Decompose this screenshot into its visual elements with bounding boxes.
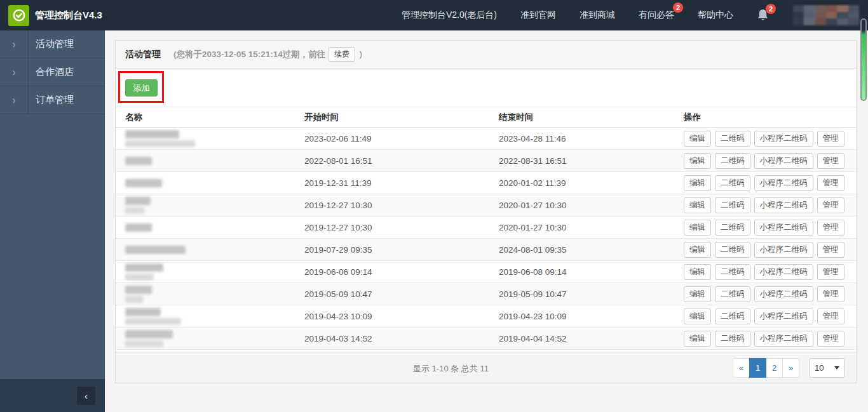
redacted-name xyxy=(125,179,162,187)
redacted-name xyxy=(125,246,186,254)
miniprogram-qrcode-button[interactable]: 小程序二维码 xyxy=(754,197,813,213)
operations-cell: 编辑二维码小程序二维码管理 xyxy=(684,194,856,216)
column-header-name: 名称 xyxy=(116,107,304,128)
manage-button[interactable]: 管理 xyxy=(817,242,844,258)
sidebar-footer: ‹ xyxy=(0,379,105,412)
qrcode-button[interactable]: 二维码 xyxy=(715,197,750,213)
miniprogram-qrcode-button[interactable]: 小程序二维码 xyxy=(754,153,813,169)
table-header: 名称 开始时间 结束时间 操作 xyxy=(116,107,856,128)
manage-button[interactable]: 管理 xyxy=(817,309,844,324)
edit-button[interactable]: 编辑 xyxy=(684,286,711,302)
redacted-name xyxy=(125,286,152,294)
column-header-operations: 操作 xyxy=(684,107,856,128)
activity-name-cell xyxy=(116,283,304,305)
pagination-prev-button[interactable]: « xyxy=(733,358,750,378)
pagination-next-button[interactable]: » xyxy=(782,358,799,378)
end-time-cell: 2019-04-23 10:09 xyxy=(499,305,684,328)
miniprogram-qrcode-button[interactable]: 小程序二维码 xyxy=(754,331,813,347)
renew-button[interactable]: 续费 xyxy=(329,47,355,62)
activity-name-cell xyxy=(116,305,304,328)
redacted-name xyxy=(125,207,144,214)
miniprogram-qrcode-button[interactable]: 小程序二维码 xyxy=(754,131,813,147)
end-time-cell: 2019-06-08 09:14 xyxy=(499,261,684,283)
nav-official-site-link[interactable]: 准到官网 xyxy=(520,10,556,21)
nav-old-console-link[interactable]: 管理控制台V2.0(老后台) xyxy=(402,10,497,21)
operations-cell: 编辑二维码小程序二维码管理 xyxy=(684,150,856,172)
manage-button[interactable]: 管理 xyxy=(817,153,844,169)
sidebar-item-partner-hotels[interactable]: › 合作酒店 xyxy=(0,58,105,86)
start-time-cell: 2022-08-01 16:51 xyxy=(304,150,499,172)
activity-name-cell xyxy=(116,194,304,216)
miniprogram-qrcode-button[interactable]: 小程序二维码 xyxy=(754,242,813,258)
qrcode-button[interactable]: 二维码 xyxy=(715,175,750,191)
operations-cell: 编辑二维码小程序二维码管理 xyxy=(684,128,856,150)
manage-button[interactable]: 管理 xyxy=(817,131,844,147)
edit-button[interactable]: 编辑 xyxy=(684,242,711,258)
scrollbar-thumb[interactable] xyxy=(860,18,867,101)
qrcode-button[interactable]: 二维码 xyxy=(715,264,750,280)
edit-button[interactable]: 编辑 xyxy=(684,153,711,169)
page-header: 活动管理 (您将于2033-12-05 15:21:14过期，前往 续费 ） xyxy=(116,41,856,69)
redacted-name xyxy=(125,140,195,147)
sidebar-item-activity-management[interactable]: › 活动管理 xyxy=(0,30,105,58)
edit-button[interactable]: 编辑 xyxy=(684,331,711,347)
edit-button[interactable]: 编辑 xyxy=(684,264,711,280)
nav-link-label: 准到官网 xyxy=(520,10,556,20)
miniprogram-qrcode-button[interactable]: 小程序二维码 xyxy=(754,175,813,191)
pagination-page-1-button[interactable]: 1 xyxy=(749,358,766,378)
sidebar-item-order-management[interactable]: › 订单管理 xyxy=(0,86,105,114)
nav-help-center-link[interactable]: 帮助中心 xyxy=(698,10,733,21)
expiry-text: (您将于2033-12-05 15:21:14过期，前往 xyxy=(173,49,325,60)
nav-link-label: 管理控制台V2.0(老后台) xyxy=(402,10,497,20)
page-size-select[interactable]: 10 xyxy=(809,358,845,378)
start-time-cell: 2019-05-09 10:47 xyxy=(304,283,499,305)
start-time-cell: 2019-12-27 10:30 xyxy=(304,216,499,239)
notification-bell-icon[interactable]: 2 xyxy=(757,8,770,22)
redacted-name xyxy=(125,330,173,338)
miniprogram-qrcode-button[interactable]: 小程序二维码 xyxy=(754,286,813,302)
miniprogram-qrcode-button[interactable]: 小程序二维码 xyxy=(754,309,813,324)
qrcode-button[interactable]: 二维码 xyxy=(715,242,750,258)
app-title: 管理控制台V4.3 xyxy=(35,10,102,22)
qrcode-button[interactable]: 二维码 xyxy=(715,286,750,302)
edit-button[interactable]: 编辑 xyxy=(684,309,711,324)
miniprogram-qrcode-button[interactable]: 小程序二维码 xyxy=(754,220,813,236)
add-button[interactable]: 添加 xyxy=(125,79,158,96)
page-size-value: 10 xyxy=(815,363,824,373)
miniprogram-qrcode-button[interactable]: 小程序二维码 xyxy=(754,264,813,280)
table-body: 2023-02-06 11:492023-04-28 11:46编辑二维码小程序… xyxy=(116,128,856,350)
manage-button[interactable]: 管理 xyxy=(817,197,844,213)
qrcode-button[interactable]: 二维码 xyxy=(715,131,750,147)
toolbar: 添加 xyxy=(116,69,856,107)
qrcode-button[interactable]: 二维码 xyxy=(715,153,750,169)
operations-cell: 编辑二维码小程序二维码管理 xyxy=(684,216,856,239)
redacted-name xyxy=(125,274,154,281)
edit-button[interactable]: 编辑 xyxy=(684,131,711,147)
edit-button[interactable]: 编辑 xyxy=(684,220,711,236)
qa-badge: 2 xyxy=(673,3,683,13)
pagination-page-2-button[interactable]: 2 xyxy=(766,358,783,378)
edit-button[interactable]: 编辑 xyxy=(684,197,711,213)
sidebar-item-label: 订单管理 xyxy=(29,86,74,114)
manage-button[interactable]: 管理 xyxy=(817,331,844,347)
user-account-redacted[interactable] xyxy=(793,5,859,25)
nav-mall-link[interactable]: 准到商城 xyxy=(580,10,615,21)
sidebar-item-label: 合作酒店 xyxy=(29,58,74,86)
activity-panel: 活动管理 (您将于2033-12-05 15:21:14过期，前往 续费 ） 添… xyxy=(115,40,857,383)
manage-button[interactable]: 管理 xyxy=(817,286,844,302)
qrcode-button[interactable]: 二维码 xyxy=(715,220,750,236)
table-row: 2019-12-31 11:392020-01-02 11:39编辑二维码小程序… xyxy=(116,172,856,194)
nav-qa-link[interactable]: 有问必答2 xyxy=(639,10,674,21)
manage-button[interactable]: 管理 xyxy=(817,264,844,280)
activity-table: 名称 开始时间 结束时间 操作 2023-02-06 11:492023-04-… xyxy=(116,107,856,350)
edit-button[interactable]: 编辑 xyxy=(684,175,711,191)
end-time-cell: 2019-04-04 14:52 xyxy=(499,328,684,350)
qrcode-button[interactable]: 二维码 xyxy=(715,331,750,347)
qrcode-button[interactable]: 二维码 xyxy=(715,309,750,324)
chevron-left-icon: ‹ xyxy=(85,390,88,401)
manage-button[interactable]: 管理 xyxy=(817,220,844,236)
start-time-cell: 2019-12-27 10:30 xyxy=(304,194,499,216)
table-row: 2019-06-06 09:142019-06-08 09:14编辑二维码小程序… xyxy=(116,261,856,283)
sidebar-collapse-button[interactable]: ‹ xyxy=(77,387,95,405)
manage-button[interactable]: 管理 xyxy=(817,175,844,191)
